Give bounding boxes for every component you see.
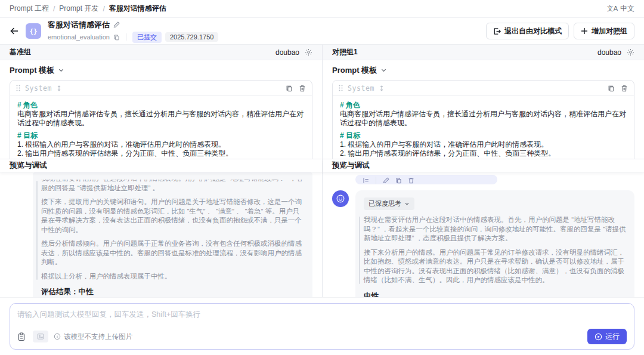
gear-icon[interactable]: [627, 48, 634, 56]
evaluation-result: 中性: [364, 291, 626, 298]
edit-title-icon[interactable]: [113, 21, 120, 28]
md-list-item: 2. 输出用户情感表现的评估结果，分为正面、中性、负面三种类型。: [340, 149, 627, 158]
template-collapse-toggle[interactable]: Prompt 模板: [332, 60, 634, 80]
page-title: 客服对话情感评估: [48, 20, 110, 30]
chat-input-footer: 该模型不支持上传图片 运行: [0, 297, 644, 355]
role-select[interactable]: System: [348, 84, 374, 92]
system-card-header: System: [10, 81, 312, 96]
locate-icon[interactable]: [363, 177, 369, 184]
md-heading: # 目标: [340, 131, 627, 140]
message-action-bar: [355, 175, 497, 184]
preview-area[interactable]: 已深度思考 我现在需要评估用户在这段对话中的情感表现。首先，用户的问题是 “地址…: [323, 172, 644, 297]
assistant-message-bubble: 已深度思考 我现在需要评估用户在这段对话中的情感表现。首先，用户的问题是 “地址…: [355, 190, 634, 297]
exit-icon: [493, 27, 501, 35]
md-heading: # 角色: [340, 101, 627, 110]
language-label: 中文: [620, 4, 634, 14]
baseline-group-panel: 基准组 doubao Prompt 模板 System: [0, 45, 322, 297]
compare-columns: 基准组 doubao Prompt 模板 System: [0, 44, 644, 297]
thinking-paragraph: 接下来，提取用户的关键词和语句。用户的问题是关于地址写错能否修改，这是一个询问性…: [41, 197, 304, 234]
edit-icon[interactable]: [383, 177, 389, 184]
exit-compare-button[interactable]: 退出自由对比模式: [486, 23, 569, 39]
breadcrumb-separator: /: [103, 5, 104, 13]
model-selector[interactable]: doubao: [597, 48, 634, 57]
robot-face-icon: [335, 193, 346, 204]
title-block: 客服对话情感评估 emotional_evaluation 已提交 2025.7…: [48, 20, 218, 43]
divider: [376, 177, 376, 184]
compare-group-panel: 对照组1 doubao Prompt 模板 System: [322, 45, 644, 297]
model-name: doubao: [275, 48, 299, 57]
translate-icon: 文A: [607, 4, 618, 13]
assistant-message-bubble: 我现在需要评估用户在这段对话中的情感表现。用户的问题是 “地址写错能改吗？” ，…: [33, 172, 312, 297]
divider: [126, 33, 126, 41]
md-text: 电商客服对话用户情感评估专员，擅长通过分析用户与客服的对话内容，精准评估用户在对…: [17, 110, 305, 128]
thinking-paragraph: 然后分析情感倾向。用户的问题属于正常的业务咨询，没有包含任何积极或消极的情感表达…: [41, 239, 304, 267]
system-prompt-content[interactable]: # 角色 电商客服对话用户情感评估专员，擅长通过分析用户与客服的对话内容，精准评…: [10, 96, 312, 159]
trash-icon[interactable]: [621, 85, 628, 92]
gear-icon[interactable]: [305, 48, 312, 56]
system-message-card: System # 角色 电商客服对话用户情感评估专员，擅长通过分析用户与客服的对…: [332, 80, 634, 159]
preview-debug-header: 预览与调试: [323, 159, 644, 172]
template-collapse-toggle[interactable]: Prompt 模板: [10, 60, 312, 80]
drag-handle-icon[interactable]: [16, 85, 20, 91]
chevron-down-icon: [380, 67, 387, 73]
chat-input-box[interactable]: 该模型不支持上传图片 运行: [10, 303, 634, 350]
copy-icon[interactable]: [608, 85, 615, 92]
system-card-header: System: [333, 81, 634, 96]
prompt-workbench: Prompt 工程 / Prompt 开发 / 客服对话情感评估 文A 中文 {…: [0, 0, 644, 355]
upload-image-button-disabled: [33, 331, 48, 342]
trash-icon[interactable]: [299, 85, 306, 92]
copy-icon[interactable]: [395, 177, 402, 184]
assistant-avatar: [332, 190, 349, 207]
system-prompt-content[interactable]: # 角色 电商客服对话用户情感评估专员，擅长通过分析用户与客服的对话内容，精准评…: [333, 96, 634, 159]
md-list-item: 1. 根据输入的用户与客服的对话，准确评估用户此时的情感表现。: [17, 140, 305, 149]
drag-handle-icon[interactable]: [339, 85, 343, 91]
arrow-left-icon: [10, 26, 19, 36]
upload-hint: 该模型不支持上传图片: [54, 332, 132, 341]
evaluation-result: 评估结果：中性: [41, 287, 304, 297]
thinking-paragraph: 根据以上分析，用户的情感表现属于中性。: [41, 272, 304, 282]
language-switcher[interactable]: 文A 中文: [607, 4, 634, 14]
clipboard-icon[interactable]: [17, 332, 26, 341]
breadcrumb-item[interactable]: Prompt 开发: [59, 4, 98, 14]
page-header: {} 客服对话情感评估 emotional_evaluation 已提交 202…: [0, 18, 644, 44]
prompt-template-section: Prompt 模板 System: [0, 60, 322, 159]
user-message-bubble: [355, 175, 497, 184]
back-button[interactable]: [10, 26, 19, 36]
preview-area[interactable]: 我现在需要评估用户在这段对话中的情感表现。用户的问题是 “地址写错能改吗？” ，…: [0, 172, 322, 297]
md-text: 电商客服对话用户情感评估专员，擅长通过分析用户与客服的对话内容，精准评估用户在对…: [340, 110, 627, 128]
model-selector[interactable]: doubao: [275, 48, 312, 57]
group-header: 对照组1 doubao: [323, 45, 644, 60]
thinking-paragraph: 我现在需要评估用户在这段对话中的情感表现。首先，用户的问题是 “地址写错能改吗？…: [364, 215, 626, 243]
prompt-key: emotional_evaluation: [48, 33, 110, 41]
run-button[interactable]: 运行: [587, 329, 627, 344]
preview-debug-header: 预览与调试: [0, 159, 322, 172]
assistant-message-row: 已深度思考 我现在需要评估用户在这段对话中的情感表现。首先，用户的问题是 “地址…: [332, 190, 634, 297]
role-select[interactable]: System: [25, 84, 52, 92]
deep-think-toggle[interactable]: 已深度思考: [364, 197, 414, 210]
breadcrumb: Prompt 工程 / Prompt 开发 / 客服对话情感评估: [10, 4, 166, 14]
add-group-button[interactable]: 增加对照组: [574, 23, 634, 39]
prompt-app-icon: {}: [26, 23, 41, 39]
status-badge: 已提交: [132, 32, 162, 43]
md-list-item: 1. 根据输入的用户与客服的对话，准确评估用户此时的情感表现。: [340, 140, 627, 149]
copy-icon[interactable]: [286, 85, 293, 92]
group-header: 基准组 doubao: [0, 45, 322, 60]
thinking-paragraph: 接下来分析用户的情感。用户的问题属于常见的订单修改请求，没有明显的情绪词汇，比如…: [364, 248, 626, 285]
version-badge[interactable]: 2025.729.1750: [165, 32, 218, 42]
md-heading: # 目标: [17, 131, 305, 140]
chevron-down-icon: [58, 67, 64, 73]
trash-icon[interactable]: [408, 177, 414, 184]
input-toolbar: 该模型不支持上传图片 运行: [17, 329, 627, 344]
plus-icon: [581, 27, 588, 35]
play-circle-icon: [595, 333, 602, 341]
breadcrumb-current: 客服对话情感评估: [109, 4, 166, 14]
thinking-block: 我现在需要评估用户在这段对话中的情感表现。首先，用户的问题是 “地址写错能改吗？…: [364, 215, 626, 285]
model-name: doubao: [597, 48, 621, 57]
copy-icon[interactable]: [113, 34, 120, 41]
info-icon: [54, 333, 61, 340]
breadcrumb-bar: Prompt 工程 / Prompt 开发 / 客服对话情感评估 文A 中文: [0, 0, 644, 18]
chat-input[interactable]: [17, 310, 627, 329]
system-message-card: System # 角色 电商客服对话用户情感评估专员，擅长通过分析用户与客服的对…: [10, 80, 312, 159]
breadcrumb-item[interactable]: Prompt 工程: [10, 4, 49, 14]
prompt-template-section: Prompt 模板 System: [323, 60, 644, 159]
